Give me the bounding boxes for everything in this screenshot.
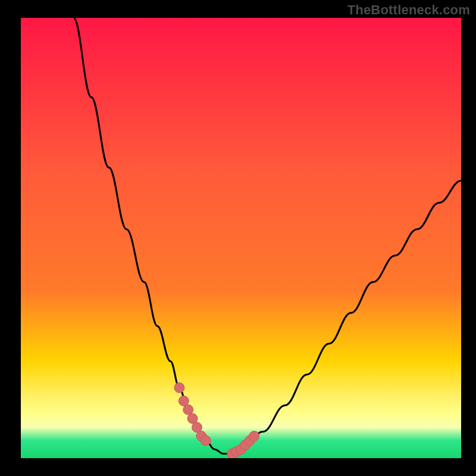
highlight-dot [201,436,211,446]
highlight-dot [174,383,184,393]
highlight-dot [249,431,259,441]
watermark-text: TheBottleneck.com [347,2,470,18]
chart-stage: TheBottleneck.com [0,0,476,476]
bottleneck-chart [0,0,476,476]
